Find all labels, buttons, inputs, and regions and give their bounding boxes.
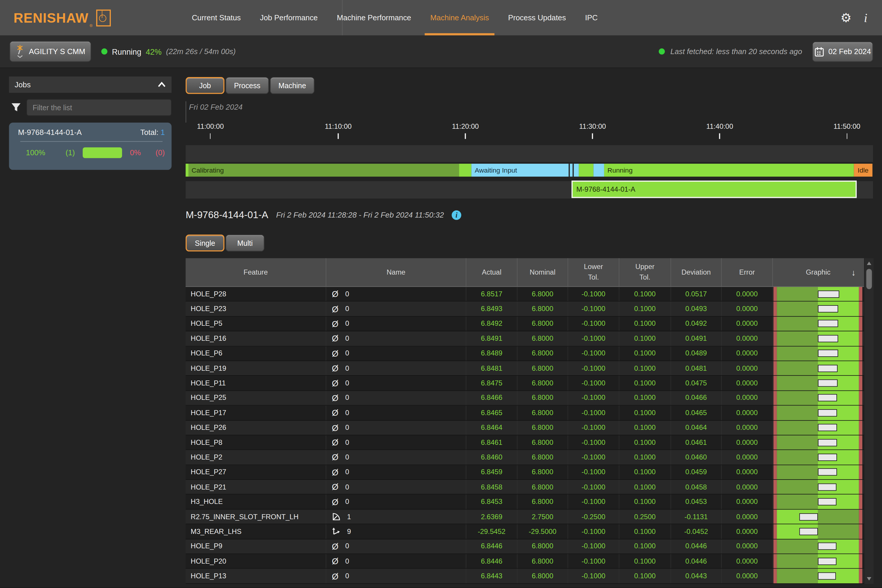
table-row[interactable]: HOLE_P16Ø06.84916.8000-0.10000.10000.049… — [186, 332, 864, 346]
column-header-error[interactable]: Error — [722, 258, 773, 286]
cell-feature: HOLE_P5 — [186, 316, 326, 331]
state-segment-running[interactable]: Running — [604, 164, 854, 177]
table-row[interactable]: HOLE_P2Ø06.84606.8000-0.10000.10000.0460… — [186, 450, 864, 465]
column-header-actual[interactable]: Actual — [466, 258, 518, 286]
jobs-panel-header[interactable]: Jobs — [9, 76, 172, 93]
logo-registered-mark: ® — [90, 24, 93, 27]
table-scrollbar[interactable] — [865, 258, 874, 584]
cell-actual: 6.8492 — [466, 316, 518, 331]
state-segment[interactable] — [574, 164, 579, 177]
cell-nominal: -29.5000 — [518, 525, 568, 539]
table-row[interactable]: HOLE_P26Ø06.84646.8000-0.10000.10000.046… — [186, 420, 864, 435]
table-row[interactable]: HOLE_P17Ø06.84656.8000-0.10000.10000.046… — [186, 406, 864, 420]
collapse-chevron-up-icon[interactable] — [158, 81, 166, 88]
cell-lower-tol: -0.1000 — [568, 480, 619, 494]
time-tick-mark — [338, 133, 339, 139]
column-header-deviation[interactable]: Deviation — [671, 258, 722, 286]
diameter-icon: Ø — [332, 349, 338, 358]
state-segment-calibrating[interactable]: Calibrating — [188, 164, 459, 177]
column-header-graphic[interactable]: Graphic↓ — [773, 258, 864, 286]
machine-selector-button[interactable]: AGILITY S CMM — [10, 41, 91, 62]
job-card[interactable]: M-9768-4144-01-A Total: 1 100% (1) 0% (0… — [9, 123, 172, 170]
lower-tolerance-half — [777, 480, 818, 494]
cell-feature: HOLE_P2 — [186, 450, 326, 465]
lower-tolerance-half — [777, 346, 818, 361]
tolerance-zone — [777, 376, 859, 390]
jobs-filter-input[interactable] — [27, 99, 172, 116]
cell-graphic — [773, 495, 864, 509]
tab-machine-performance[interactable]: Machine Performance — [336, 0, 412, 36]
settings-gear-icon[interactable]: ⚙ — [840, 12, 852, 24]
cell-feature: M3_REAR_LHS — [186, 525, 326, 539]
table-row[interactable]: HOLE_P19Ø06.84816.8000-0.10000.10000.048… — [186, 361, 864, 376]
deviation-marker — [818, 335, 838, 342]
machine-status-left: AGILITY S CMM Running 42% (22m 26s / 54m… — [10, 36, 236, 68]
cell-name: Ø0 — [326, 346, 466, 361]
column-header-name[interactable]: Name — [326, 258, 466, 286]
table-row[interactable]: HOLE_P9Ø06.84466.8000-0.10000.10000.0446… — [186, 539, 864, 554]
state-segment[interactable] — [186, 164, 188, 177]
date-picker-button[interactable]: 02 Feb 2024 — [812, 42, 873, 62]
column-header-nominal[interactable]: Nominal — [518, 258, 568, 286]
view-tab-machine[interactable]: Machine — [270, 77, 314, 94]
mode-tab-multi[interactable]: Multi — [225, 235, 264, 251]
cell-deviation: 0.0464 — [671, 420, 722, 435]
table-row[interactable]: HOLE_P21Ø06.84586.8000-0.10000.10000.045… — [186, 480, 864, 495]
lower-tolerance-half — [777, 332, 818, 346]
scroll-up-arrow-icon[interactable] — [867, 262, 871, 265]
cell-graphic — [773, 406, 864, 420]
sort-descending-icon[interactable]: ↓ — [851, 267, 855, 277]
table-row[interactable]: R2.75_INNER_SLOT_FRONT_LH12.63692.7500-0… — [186, 510, 864, 524]
state-segment[interactable] — [579, 164, 593, 177]
cell-name: Ø0 — [326, 406, 466, 420]
tab-ipc[interactable]: IPC — [584, 0, 599, 36]
last-fetched-label: Last fetched: less than 20 seconds ago — [670, 47, 802, 56]
table-row[interactable]: HOLE_P11Ø06.84756.8000-0.10000.10000.047… — [186, 376, 864, 391]
tolerance-zone — [777, 316, 859, 331]
time-tick-label: 11:40:00 — [706, 123, 733, 130]
table-row[interactable]: HOLE_P20Ø06.84466.8000-0.10000.10000.044… — [186, 554, 864, 569]
job-info-icon[interactable]: i — [452, 210, 462, 220]
column-header-feature[interactable]: Feature — [186, 258, 326, 286]
cell-upper-tol: 0.1000 — [620, 435, 671, 450]
out-of-tolerance-zone-right — [859, 450, 862, 465]
tab-machine-analysis[interactable]: Machine Analysis — [429, 0, 490, 36]
cell-deviation: -0.1131 — [671, 510, 722, 524]
table-row[interactable]: HOLE_P28Ø06.85176.8000-0.10000.10000.051… — [186, 287, 864, 302]
cell-name: Ø0 — [326, 539, 466, 554]
cell-lower-tol: -0.1000 — [568, 435, 619, 450]
state-segment[interactable] — [570, 164, 573, 177]
table-row[interactable]: HOLE_P27Ø06.84596.8000-0.10000.10000.045… — [186, 465, 864, 480]
info-icon[interactable]: i — [864, 12, 868, 24]
tab-process-updates[interactable]: Process Updates — [507, 0, 567, 36]
job-detail-range: Fri 2 Feb 2024 11:28:28 - Fri 2 Feb 2024… — [276, 211, 444, 219]
mode-tab-single[interactable]: Single — [186, 235, 224, 251]
scroll-down-arrow-icon[interactable] — [867, 577, 871, 580]
state-segment-idle[interactable]: Idle — [854, 164, 873, 177]
table-row[interactable]: HOLE_P6Ø06.84896.8000-0.10000.10000.0489… — [186, 346, 864, 361]
table-row[interactable]: HOLE_P8Ø06.84616.8000-0.10000.10000.0461… — [186, 435, 864, 450]
state-segment[interactable] — [593, 164, 604, 177]
deviation-marker — [818, 424, 837, 431]
tab-current-status[interactable]: Current Status — [191, 0, 242, 36]
cell-lower-tol: -0.1000 — [568, 332, 619, 346]
column-header-upper-tol-[interactable]: Upper Tol. — [620, 258, 671, 286]
table-row[interactable]: HOLE_P5Ø06.84926.8000-0.10000.10000.0492… — [186, 316, 864, 332]
column-header-lower-tol-[interactable]: Lower Tol. — [568, 258, 619, 286]
view-tab-job[interactable]: Job — [186, 77, 224, 94]
table-row[interactable]: HOLE_P13Ø06.84436.8000-0.10000.10000.044… — [186, 569, 864, 584]
job-timeline-bar[interactable]: M-9768-4144-01-A — [571, 180, 856, 198]
state-segment[interactable] — [459, 164, 471, 177]
state-segment-awaiting-input[interactable]: Awaiting Input — [471, 164, 569, 177]
view-tab-process[interactable]: Process — [225, 77, 269, 94]
out-of-tolerance-zone-left — [774, 510, 777, 524]
table-row[interactable]: HOLE_P25Ø06.84666.8000-0.10000.10000.046… — [186, 391, 864, 405]
table-row[interactable]: M3_REAR_LHS9-29.5452-29.5000-0.10000.100… — [186, 525, 864, 539]
table-row[interactable]: HOLE_P23Ø06.84936.8000-0.10000.10000.049… — [186, 302, 864, 316]
cell-upper-tol: 0.1000 — [620, 465, 671, 480]
scrollbar-thumb[interactable] — [866, 269, 872, 289]
tab-job-performance[interactable]: Job Performance — [259, 0, 319, 36]
state-segment-label: Running — [608, 166, 633, 174]
cell-lower-tol: -0.1000 — [568, 302, 619, 316]
table-row[interactable]: H3_HOLEØ06.84536.8000-0.10000.10000.0453… — [186, 495, 864, 510]
